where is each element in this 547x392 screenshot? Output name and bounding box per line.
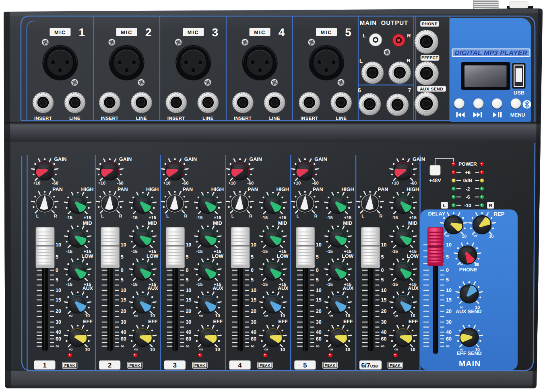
svg-text:AUX: AUX <box>408 285 419 291</box>
svg-text:LOW: LOW <box>342 253 353 259</box>
svg-text:20: 20 <box>381 308 387 314</box>
svg-text:MID: MID <box>278 220 287 226</box>
svg-text:∞: ∞ <box>329 312 333 318</box>
svg-text:10: 10 <box>446 242 452 248</box>
svg-text:MID: MID <box>213 220 222 226</box>
svg-text:-15: -15 <box>261 215 268 220</box>
svg-text:10: 10 <box>446 287 452 293</box>
svg-text:5: 5 <box>446 254 449 260</box>
svg-text:∞: ∞ <box>446 343 450 349</box>
svg-text:5: 5 <box>121 277 124 283</box>
svg-text:∞: ∞ <box>69 312 72 318</box>
svg-text:R: R <box>54 214 57 219</box>
svg-text:30: 30 <box>251 319 256 325</box>
svg-text:PAN: PAN <box>52 187 62 192</box>
svg-text:+10: +10 <box>163 181 171 186</box>
svg-text:20: 20 <box>251 308 256 314</box>
svg-text:USB: USB <box>514 90 524 96</box>
svg-text:+10: +10 <box>293 181 301 186</box>
svg-text:10: 10 <box>121 242 126 248</box>
svg-text:INSERT: INSERT <box>234 116 252 121</box>
svg-text:R: R <box>314 214 318 219</box>
svg-text:∞: ∞ <box>134 312 138 318</box>
svg-text:R: R <box>184 214 187 219</box>
svg-text:INSERT: INSERT <box>101 116 118 121</box>
svg-text:PEAK: PEAK <box>390 363 400 367</box>
svg-text:∞: ∞ <box>329 346 333 352</box>
svg-text:-10: -10 <box>464 203 471 208</box>
svg-text:AUX: AUX <box>147 285 158 291</box>
svg-text:0: 0 <box>316 267 319 273</box>
svg-text:30: 30 <box>56 319 61 325</box>
svg-text:10: 10 <box>345 314 350 318</box>
svg-text:7: 7 <box>408 87 411 93</box>
svg-text:-6: -6 <box>466 194 470 200</box>
svg-text:PAN: PAN <box>248 187 258 192</box>
svg-text:10: 10 <box>410 314 415 318</box>
svg-text:10: 10 <box>316 242 322 248</box>
svg-text:-15: -15 <box>326 282 333 287</box>
svg-text:-60: -60 <box>247 181 254 186</box>
svg-text:20: 20 <box>121 308 126 314</box>
svg-text:AUX: AUX <box>278 285 289 291</box>
svg-text:EFF: EFF <box>278 319 288 324</box>
svg-text:3: 3 <box>173 362 177 369</box>
svg-text:40: 40 <box>121 329 126 335</box>
svg-text:GAIN: GAIN <box>184 156 197 162</box>
svg-text:5: 5 <box>121 254 124 260</box>
svg-text:10: 10 <box>186 242 191 248</box>
svg-text:-15: -15 <box>326 215 333 220</box>
svg-text:∞: ∞ <box>121 343 124 349</box>
svg-text:EFFECT: EFFECT <box>421 56 438 60</box>
svg-text:20: 20 <box>186 308 191 314</box>
svg-text:EFF: EFF <box>83 319 93 324</box>
svg-text:PEAK: PEAK <box>64 363 75 367</box>
svg-text:MIC: MIC <box>321 30 332 35</box>
svg-text:+6: +6 <box>465 170 471 175</box>
svg-text:MIC: MIC <box>54 30 66 35</box>
svg-text:EFF: EFF <box>409 319 418 324</box>
svg-text:L: L <box>36 214 39 219</box>
svg-text:5: 5 <box>186 277 188 283</box>
svg-text:10: 10 <box>215 314 220 318</box>
svg-text:∞: ∞ <box>264 346 268 352</box>
svg-text:R: R <box>407 33 411 39</box>
svg-text:R: R <box>407 57 411 64</box>
svg-text:+15: +15 <box>214 215 221 220</box>
svg-text:AUX: AUX <box>213 285 223 291</box>
svg-text:∞: ∞ <box>460 261 463 267</box>
svg-text:2: 2 <box>145 26 152 39</box>
svg-text:LINE: LINE <box>69 116 80 121</box>
svg-text:DIGITAL MP3 PLAYER: DIGITAL MP3 PLAYER <box>455 49 527 57</box>
svg-text:1: 1 <box>43 362 46 369</box>
svg-text:GAIN: GAIN <box>54 156 66 162</box>
svg-text:60: 60 <box>446 336 452 342</box>
svg-text:+10: +10 <box>228 181 236 186</box>
svg-text:+10: +10 <box>33 181 41 186</box>
svg-text:40: 40 <box>186 329 191 335</box>
svg-text:PAN: PAN <box>118 187 128 192</box>
svg-text:0: 0 <box>251 267 254 273</box>
svg-text:10: 10 <box>85 347 90 352</box>
svg-text:GAIN: GAIN <box>119 156 132 162</box>
svg-text:-15: -15 <box>131 215 138 220</box>
svg-text:40: 40 <box>56 329 61 335</box>
svg-text:10: 10 <box>345 347 350 352</box>
svg-text:30: 30 <box>316 319 322 325</box>
svg-text:GAIN: GAIN <box>314 156 327 162</box>
svg-text:60: 60 <box>251 336 256 342</box>
svg-text:15: 15 <box>186 297 191 303</box>
svg-text:10: 10 <box>475 262 479 267</box>
svg-text:∞: ∞ <box>394 312 398 318</box>
svg-text:HIGH: HIGH <box>341 187 354 192</box>
svg-text:1: 1 <box>79 26 85 39</box>
svg-text:60: 60 <box>316 336 322 342</box>
svg-text:INSERT: INSERT <box>34 116 52 121</box>
svg-text:2: 2 <box>108 362 111 369</box>
svg-text:10: 10 <box>381 242 387 248</box>
svg-text:+10: +10 <box>391 181 399 186</box>
svg-text:-15: -15 <box>392 249 398 254</box>
svg-text:5: 5 <box>251 277 254 283</box>
svg-text:40: 40 <box>251 329 256 335</box>
svg-text:0: 0 <box>381 267 384 273</box>
